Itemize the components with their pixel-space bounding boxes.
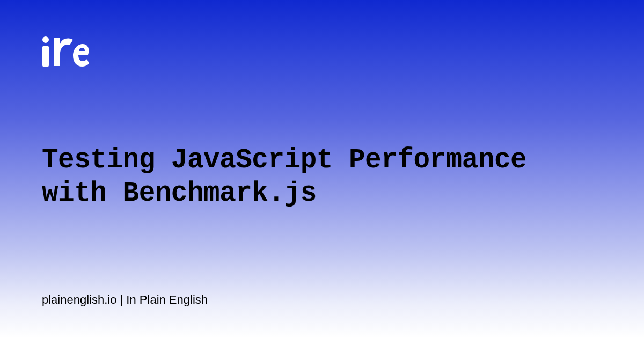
svg-point-0	[42, 36, 49, 43]
svg-rect-1	[42, 46, 49, 67]
site-attribution: plainenglish.io | In Plain English	[42, 293, 208, 307]
ipe-logo	[42, 36, 89, 68]
article-title: Testing JavaScript Performance with Benc…	[42, 144, 602, 210]
